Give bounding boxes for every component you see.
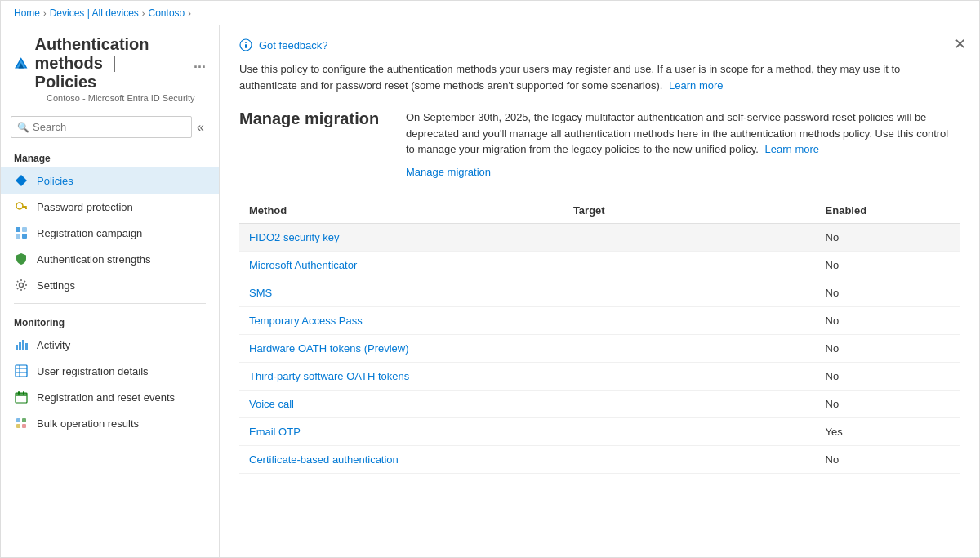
feedback-text: Got feedback? (259, 39, 328, 51)
sidebar-header: Authentication methods | Policies ... Co… (1, 25, 219, 109)
sidebar-item-registration-campaign[interactable]: Registration campaign (1, 220, 219, 246)
svg-rect-25 (22, 418, 26, 422)
manage-migration-link[interactable]: Manage migration (406, 166, 960, 178)
enabled-cell: No (816, 306, 960, 334)
search-icon: 🔍 (17, 122, 29, 133)
target-cell (564, 334, 816, 362)
nav-label-activity: Activity (37, 339, 206, 351)
svg-point-29 (245, 42, 247, 43)
methods-table: Method Target Enabled FIDO2 security key… (239, 198, 960, 474)
nav-label-registration-reset: Registration and reset events (37, 391, 206, 404)
breadcrumb-contoso: Contoso (149, 7, 185, 19)
page-title-container: Authentication methods | Policies (35, 35, 184, 92)
col-header-method: Method (239, 198, 564, 224)
diamond-icon (14, 173, 29, 188)
svg-rect-13 (19, 342, 21, 350)
method-link[interactable]: Certificate-based authentication (249, 453, 399, 466)
page-title-main: Authentication methods | Policies (35, 35, 149, 91)
breadcrumb-home[interactable]: Home (14, 7, 40, 19)
col-header-enabled: Enabled (816, 198, 960, 224)
nav-label-policies: Policies (37, 175, 206, 187)
svg-rect-7 (16, 227, 20, 232)
gear-icon (14, 278, 29, 292)
method-link[interactable]: Hardware OATH tokens (Preview) (249, 342, 409, 355)
table-row: SMSNo (239, 279, 960, 306)
sidebar-item-authentication-strengths[interactable]: Authentication strengths (1, 246, 219, 272)
svg-rect-26 (16, 424, 20, 428)
description-text: Use this policy to configure the authent… (239, 61, 942, 93)
target-cell (564, 362, 816, 390)
breadcrumb-devices[interactable]: Devices | All devices (50, 7, 139, 19)
enabled-cell: No (816, 445, 960, 473)
description-learn-more-link[interactable]: Learn more (669, 79, 723, 92)
migration-title: Manage migration (239, 109, 386, 178)
table-header: Method Target Enabled (239, 198, 960, 224)
sidebar-item-activity[interactable]: Activity (1, 332, 219, 358)
grid-icon (14, 225, 29, 240)
svg-rect-5 (22, 206, 27, 208)
enabled-cell: No (816, 251, 960, 279)
method-link[interactable]: SMS (249, 287, 272, 299)
method-link[interactable]: Voice call (249, 398, 294, 410)
nav-divider (14, 303, 206, 304)
main-content: ✕ Got feedback? Use this policy to confi… (220, 25, 979, 557)
table-row: FIDO2 security keyNo (239, 223, 960, 251)
method-link[interactable]: FIDO2 security key (249, 231, 340, 243)
nav-label-registration-campaign: Registration campaign (37, 227, 206, 239)
method-link[interactable]: Third-party software OATH tokens (249, 370, 409, 382)
method-link[interactable]: Microsoft Authenticator (249, 259, 357, 271)
search-row: 🔍 « (11, 116, 209, 138)
svg-rect-9 (16, 234, 20, 239)
svg-rect-24 (16, 418, 20, 422)
app-logo-icon (14, 51, 29, 77)
svg-rect-27 (22, 424, 26, 428)
svg-rect-6 (25, 208, 27, 209)
svg-rect-23 (23, 391, 24, 395)
svg-point-11 (20, 283, 24, 288)
table-row: Certificate-based authenticationNo (239, 445, 960, 473)
svg-rect-21 (16, 393, 27, 396)
svg-rect-15 (25, 343, 28, 350)
enabled-cell: No (816, 279, 960, 306)
target-cell (564, 445, 816, 473)
table-row: Microsoft AuthenticatorNo (239, 251, 960, 279)
svg-rect-30 (245, 44, 247, 48)
svg-marker-3 (16, 175, 27, 186)
col-header-target: Target (564, 198, 816, 224)
table-row: Temporary Access PassNo (239, 306, 960, 334)
target-cell (564, 251, 816, 279)
enabled-cell: No (816, 223, 960, 251)
sidebar-collapse-button[interactable]: « (192, 117, 209, 138)
table-row: Email OTPYes (239, 417, 960, 445)
svg-point-4 (16, 203, 23, 209)
migration-learn-more-link[interactable]: Learn more (765, 143, 819, 155)
target-cell (564, 279, 816, 306)
ellipsis-menu[interactable]: ... (194, 55, 206, 72)
method-link[interactable]: Temporary Access Pass (249, 315, 363, 327)
sidebar-item-password-protection[interactable]: Password protection (1, 194, 219, 220)
close-button[interactable]: ✕ (954, 35, 966, 53)
breadcrumb-sep-1: › (43, 8, 47, 18)
search-input[interactable] (11, 116, 192, 138)
table-row: Hardware OATH tokens (Preview)No (239, 334, 960, 362)
table-icon (14, 364, 29, 378)
sidebar-item-registration-reset[interactable]: Registration and reset events (1, 384, 219, 410)
svg-rect-14 (22, 340, 24, 350)
enabled-cell: No (816, 390, 960, 417)
nav-label-user-registration: User registration details (37, 365, 206, 377)
key-icon (14, 199, 29, 214)
sidebar: Authentication methods | Policies ... Co… (1, 25, 220, 557)
sidebar-item-bulk-operation[interactable]: Bulk operation results (1, 410, 219, 436)
breadcrumb-sep-3: › (188, 8, 191, 18)
shield-icon (14, 252, 29, 266)
sidebar-item-policies[interactable]: Policies (1, 167, 219, 194)
svg-rect-17 (16, 368, 27, 369)
sidebar-item-settings[interactable]: Settings (1, 272, 219, 298)
method-link[interactable]: Email OTP (249, 426, 301, 438)
svg-rect-8 (22, 227, 27, 232)
enabled-cell: No (816, 334, 960, 362)
sidebar-item-user-registration[interactable]: User registration details (1, 358, 219, 384)
feedback-bar[interactable]: Got feedback? (239, 38, 960, 51)
target-cell (564, 390, 816, 417)
target-cell (564, 306, 816, 334)
